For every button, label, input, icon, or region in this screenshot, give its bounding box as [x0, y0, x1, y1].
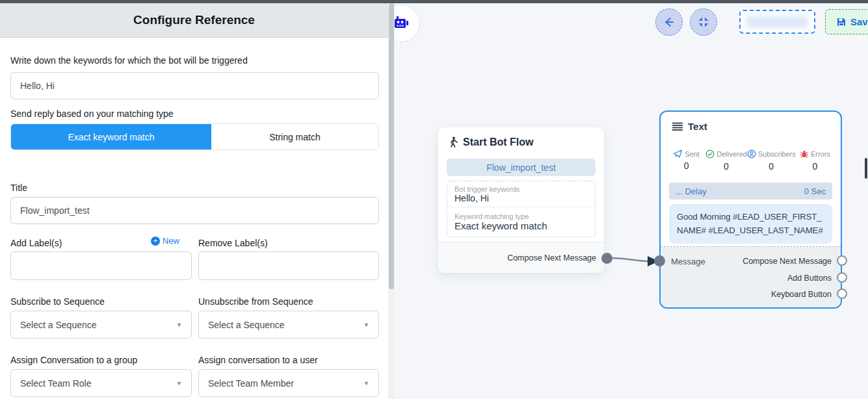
- stat-subscribers-value: 0: [769, 161, 774, 172]
- text-node-input-handle[interactable]: [654, 255, 665, 266]
- delay-row[interactable]: ... Delay 0 Sec: [669, 183, 832, 200]
- matching-type-toggle: Exact keyword match String match: [10, 123, 379, 150]
- walking-person-icon: [449, 136, 458, 148]
- text-node-title: Text: [688, 121, 707, 132]
- keywords-input[interactable]: [10, 72, 379, 99]
- stats-row: Sent 0 Delivered 0: [667, 149, 834, 172]
- exact-keyword-match-tab[interactable]: Exact keyword match: [11, 124, 211, 149]
- message-input-label: Message: [671, 257, 705, 266]
- plus-icon: +: [151, 237, 160, 246]
- matching-type-caption: Keyword matching type: [454, 212, 588, 220]
- text-node-footer: Message Compose Next Message Add Buttons…: [661, 247, 841, 307]
- text-message-node[interactable]: Text Sent 0 Delivered: [659, 110, 842, 309]
- new-label-link[interactable]: + New: [151, 236, 179, 246]
- start-node-header: Start Bot Flow: [449, 136, 533, 148]
- menu-icon: [672, 122, 683, 131]
- compress-icon: [698, 16, 709, 28]
- new-label-text: New: [163, 236, 179, 246]
- compose-next-message-output-label: Compose Next Message: [743, 257, 832, 266]
- message-bubble[interactable]: Good Morning #LEAD_USER_FIRST_NAME# #LEA…: [669, 204, 832, 244]
- delay-value: 0 Sec: [804, 187, 826, 196]
- chevron-down-icon: ▼: [363, 322, 369, 328]
- compose-next-message-handle[interactable]: [837, 255, 847, 266]
- team-member-select[interactable]: Select Team Member ▼: [198, 369, 379, 397]
- save-button[interactable]: Save: [825, 9, 868, 34]
- arrow-left-icon: [663, 16, 676, 29]
- stat-subscribers-label: Subscribers: [758, 150, 796, 158]
- stat-delivered-value: 0: [724, 161, 729, 172]
- unsubscribe-sequence-value: Select a Sequence: [208, 320, 285, 330]
- trigger-keywords-label: Bot trigger keywords: [454, 185, 588, 193]
- team-role-select[interactable]: Select Team Role ▼: [10, 369, 192, 397]
- add-labels-input[interactable]: [10, 251, 192, 280]
- text-node-header: Text: [672, 121, 707, 132]
- stat-subscribers: Subscribers 0: [747, 149, 796, 172]
- stat-errors-label: Errors: [811, 150, 830, 158]
- window-top-edge: [0, 0, 868, 3]
- subscribe-sequence-value: Select a Sequence: [20, 320, 97, 330]
- add-buttons-handle[interactable]: [837, 272, 847, 283]
- redacted-content: [746, 16, 808, 28]
- start-node-output-handle[interactable]: [601, 253, 612, 264]
- panel-header: Configure Reference: [0, 3, 388, 38]
- title-input[interactable]: [10, 197, 379, 224]
- add-buttons-output-label: Add Buttons: [787, 274, 832, 283]
- sent-icon: [673, 149, 683, 158]
- start-node-footer: Compose Next Message: [438, 242, 604, 273]
- stat-errors-value: 0: [813, 161, 818, 172]
- back-button[interactable]: [655, 8, 683, 36]
- string-match-tab[interactable]: String match: [211, 124, 378, 149]
- delay-label: ... Delay: [676, 187, 707, 196]
- start-bot-flow-node[interactable]: Start Bot Flow Flow_import_test Bot trig…: [438, 127, 604, 273]
- remove-labels-input[interactable]: [198, 251, 379, 280]
- panel-scrollbar-thumb[interactable]: [389, 3, 394, 289]
- stat-sent-label: Sent: [685, 150, 700, 158]
- stat-delivered-label: Delivered: [717, 150, 746, 158]
- page-title: Configure Reference: [133, 13, 255, 27]
- subscribe-sequence-select[interactable]: Select a Sequence ▼: [10, 311, 192, 339]
- save-icon: [836, 17, 847, 27]
- remove-labels-label: Remove Label(s): [198, 238, 268, 248]
- unsubscribe-sequence-label: Unsubscribe from Sequence: [198, 296, 313, 307]
- compose-next-message-label: Compose Next Message: [507, 253, 596, 263]
- fit-view-button[interactable]: [690, 8, 717, 36]
- matching-type-value: Exact keyword match: [454, 220, 588, 232]
- assign-user-label: Assign conversation to a user: [198, 355, 318, 365]
- add-labels-label: Add Label(s): [10, 238, 62, 248]
- keyboard-button-output-label: Keyboard Button: [771, 290, 832, 299]
- keyboard-button-handle[interactable]: [837, 289, 847, 299]
- trigger-keywords-value: Hello, Hi: [454, 193, 588, 207]
- redacted-field[interactable]: [739, 10, 815, 34]
- chevron-down-icon: ▼: [176, 322, 182, 328]
- stat-errors: Errors 0: [796, 149, 834, 172]
- matching-type-label: Send reply based on your matching type: [10, 109, 174, 119]
- flow-name-chip[interactable]: Flow_import_test: [447, 159, 596, 176]
- robot-icon: [395, 14, 411, 33]
- save-label: Save: [850, 16, 868, 27]
- flow-canvas[interactable]: Save Start Bot Flow Flow_import_test Bot…: [395, 3, 868, 399]
- chevron-down-icon: ▼: [363, 380, 369, 387]
- team-member-value: Select Team Member: [208, 378, 294, 389]
- chevron-down-icon: ▼: [176, 380, 182, 387]
- assign-group-label: Assign Conversation to a group: [10, 355, 137, 365]
- title-label: Title: [10, 183, 27, 193]
- delivered-icon: [705, 149, 715, 159]
- stat-sent: Sent 0: [667, 149, 705, 172]
- stat-sent-value: 0: [684, 161, 689, 171]
- subscribers-icon: [747, 149, 756, 159]
- stat-delivered: Delivered 0: [705, 149, 746, 172]
- trigger-config-box: Bot trigger keywords Hello, Hi Keyword m…: [447, 181, 596, 237]
- canvas-scrollbar-thumb[interactable]: [865, 158, 867, 179]
- panel-scrollbar[interactable]: [388, 3, 395, 399]
- team-role-value: Select Team Role: [20, 378, 91, 389]
- errors-icon: [800, 149, 809, 159]
- keywords-label: Write down the keywords for which the bo…: [10, 55, 248, 66]
- field-divider: [447, 207, 595, 210]
- start-node-title: Start Bot Flow: [463, 136, 533, 148]
- subscribe-sequence-label: Subscribe to Sequence: [10, 296, 105, 307]
- configure-reference-panel: Configure Reference Write down the keywo…: [0, 3, 388, 399]
- bot-launcher-button[interactable]: [395, 5, 420, 42]
- unsubscribe-sequence-select[interactable]: Select a Sequence ▼: [198, 311, 379, 339]
